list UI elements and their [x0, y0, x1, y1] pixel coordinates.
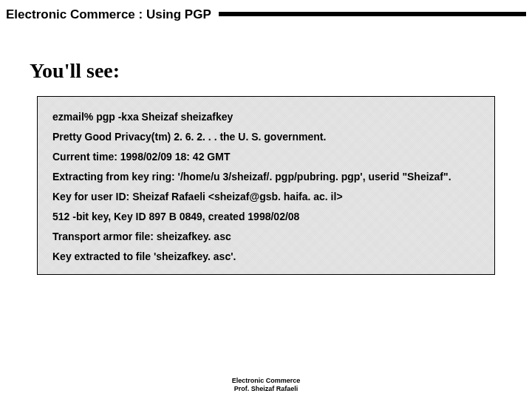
terminal-line: Transport armor file: sheizafkey. asc — [52, 227, 482, 247]
slide-header: Electronic Commerce : Using PGP — [6, 7, 526, 30]
header-title: Electronic Commerce : Using PGP — [6, 7, 219, 22]
slide: Electronic Commerce : Using PGP You'll s… — [0, 0, 532, 399]
slide-footer: Electronic Commerce Prof. Sheizaf Rafael… — [0, 377, 532, 393]
terminal-line: Extracting from key ring: '/home/u 3/she… — [52, 167, 482, 187]
terminal-line: Key for user ID: Sheizaf Rafaeli <sheiza… — [52, 187, 482, 207]
terminal-line: Current time: 1998/02/09 18: 42 GMT — [52, 147, 482, 167]
section-heading: You'll see: — [30, 59, 120, 83]
terminal-line: ezmail% pgp -kxa Sheizaf sheizafkey — [52, 107, 482, 127]
footer-line2: Prof. Sheizaf Rafaeli — [0, 385, 532, 393]
terminal-line: 512 -bit key, Key ID 897 B 0849, created… — [52, 207, 482, 227]
terminal-line: Key extracted to file 'sheizafkey. asc'. — [52, 247, 482, 267]
footer-line1: Electronic Commerce — [0, 377, 532, 385]
terminal-line: Pretty Good Privacy(tm) 2. 6. 2. . . the… — [52, 127, 482, 147]
terminal-output-box: ezmail% pgp -kxa Sheizaf sheizafkey Pret… — [37, 96, 495, 275]
